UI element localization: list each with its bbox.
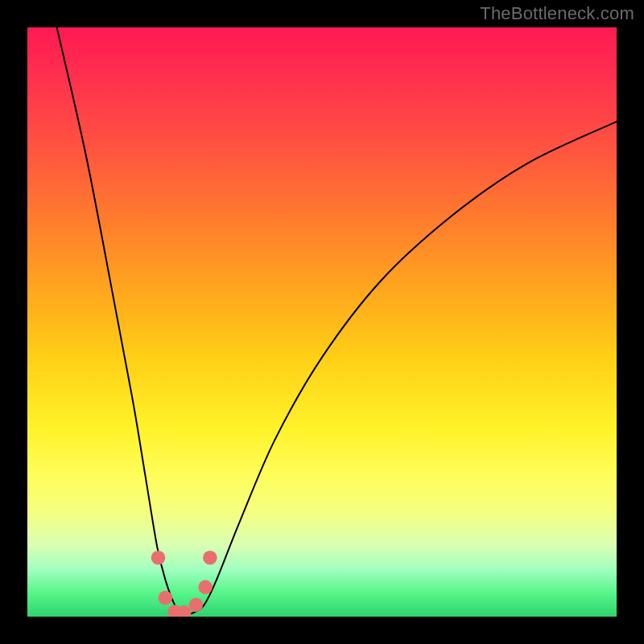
- curve-marker: [203, 551, 217, 565]
- bottleneck-curve: [57, 27, 617, 614]
- plot-area: [27, 27, 617, 617]
- watermark-text: TheBottleneck.com: [480, 3, 634, 24]
- chart-svg: [27, 27, 617, 617]
- curve-marker: [151, 551, 166, 565]
- curve-layer: [57, 27, 617, 614]
- marker-layer: [151, 551, 217, 617]
- curve-marker: [198, 580, 213, 595]
- curve-marker: [159, 591, 173, 605]
- chart-frame: TheBottleneck.com: [0, 0, 644, 644]
- curve-marker: [189, 598, 204, 613]
